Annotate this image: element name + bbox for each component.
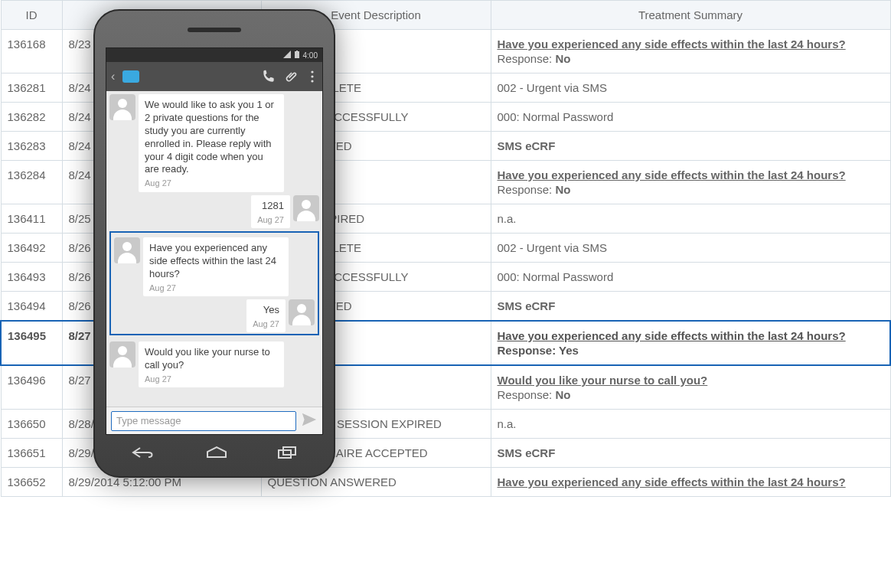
outgoing-message[interactable]: YesAug 27 bbox=[111, 296, 318, 332]
status-time: 4:00 bbox=[303, 51, 318, 60]
message-bubble: Would you like your nurse to call you?Au… bbox=[139, 341, 284, 387]
back-icon[interactable]: ‹ bbox=[111, 70, 115, 83]
battery-icon bbox=[294, 51, 300, 60]
phone-screen: 4:00 ‹ We would like to ask you 1 or 2 p… bbox=[106, 47, 323, 435]
col-id[interactable]: ID bbox=[1, 1, 62, 30]
signal-icon bbox=[283, 51, 291, 60]
col-treat[interactable]: Treatment Summary bbox=[491, 1, 890, 30]
svg-point-4 bbox=[311, 80, 313, 82]
nav-recent-icon[interactable] bbox=[277, 446, 299, 459]
android-statusbar: 4:00 bbox=[106, 48, 322, 62]
phone-body: 4:00 ‹ We would like to ask you 1 or 2 p… bbox=[93, 9, 335, 478]
avatar bbox=[114, 237, 140, 263]
incoming-message[interactable]: We would like to ask you 1 or 2 private … bbox=[106, 91, 322, 192]
message-thread[interactable]: We would like to ask you 1 or 2 private … bbox=[106, 91, 322, 407]
compose-bar: Type message bbox=[106, 407, 322, 434]
svg-rect-1 bbox=[296, 51, 298, 51]
nav-home-icon[interactable] bbox=[205, 446, 228, 459]
send-icon[interactable] bbox=[301, 411, 318, 430]
avatar bbox=[109, 94, 135, 120]
message-bubble: 1281Aug 27 bbox=[251, 195, 290, 228]
attachment-icon[interactable] bbox=[284, 69, 299, 84]
svg-point-2 bbox=[311, 70, 313, 73]
phone-speaker bbox=[188, 28, 241, 32]
android-navbar bbox=[106, 441, 323, 464]
avatar bbox=[289, 299, 315, 325]
message-bubble: We would like to ask you 1 or 2 private … bbox=[139, 94, 284, 192]
svg-point-3 bbox=[311, 75, 313, 77]
highlighted-conversation: Have you experienced any side effects wi… bbox=[109, 231, 319, 335]
incoming-message[interactable]: Have you experienced any side effects wi… bbox=[111, 234, 318, 296]
messaging-appbar: ‹ bbox=[106, 62, 322, 91]
message-bubble: YesAug 27 bbox=[246, 299, 286, 332]
call-icon[interactable] bbox=[261, 69, 276, 84]
nav-back-icon[interactable] bbox=[130, 446, 156, 459]
overflow-icon[interactable] bbox=[307, 69, 318, 84]
outgoing-message[interactable]: 1281Aug 27 bbox=[106, 192, 322, 228]
incoming-message[interactable]: Would you like your nurse to call you?Au… bbox=[106, 338, 322, 387]
avatar bbox=[293, 195, 319, 221]
sms-icon[interactable] bbox=[122, 70, 139, 83]
phone-overlay: 4:00 ‹ We would like to ask you 1 or 2 p… bbox=[93, 9, 335, 478]
message-bubble: Have you experienced any side effects wi… bbox=[143, 237, 289, 296]
avatar bbox=[109, 341, 135, 368]
compose-input[interactable]: Type message bbox=[111, 411, 296, 431]
svg-rect-0 bbox=[295, 51, 299, 58]
